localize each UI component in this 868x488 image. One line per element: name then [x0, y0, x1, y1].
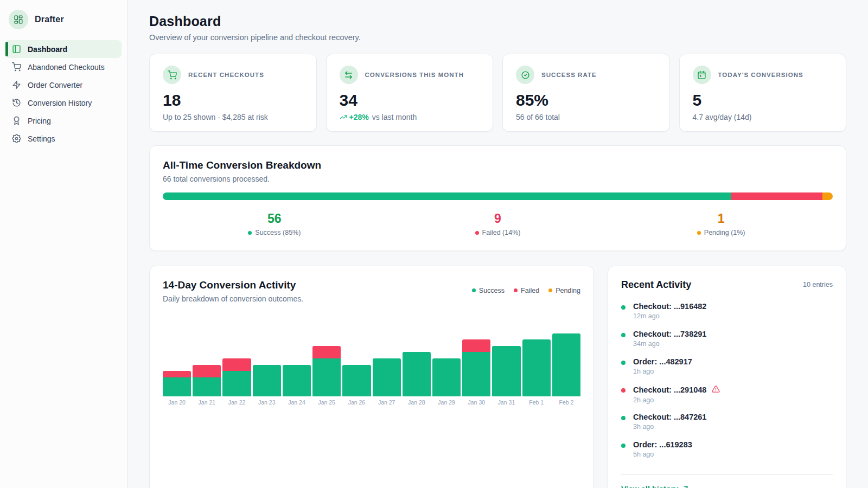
- bar-segment-success: [253, 365, 281, 396]
- bar-feb-1: [522, 339, 551, 396]
- bar-jan-31: [492, 346, 520, 396]
- progress-segment-success: [163, 192, 731, 200]
- activity-item-time: 12m ago: [633, 312, 706, 320]
- sidebar-item-label: Conversion History: [28, 99, 92, 107]
- bar-segment-success: [522, 339, 551, 396]
- bar-jan-24: [283, 365, 311, 396]
- brand-name: Drafter: [35, 15, 64, 24]
- activity-list-item: Checkout: ...73829134m ago: [621, 330, 833, 349]
- sidebar-nav: DashboardAbandoned CheckoutsOrder Conver…: [5, 40, 122, 147]
- activity-item-time: 34m ago: [633, 340, 706, 348]
- breakdown-stat-failed: 9Failed (14%): [386, 211, 610, 237]
- stat-card-value: 34: [340, 91, 480, 110]
- stat-card-label: Recent Checkouts: [188, 72, 264, 78]
- arrow-up-right-icon: [682, 484, 690, 488]
- bar-segment-success: [163, 377, 191, 396]
- legend-label: Failed: [521, 287, 539, 294]
- bar-segment-success: [312, 358, 341, 396]
- layout-grid-icon: [14, 15, 23, 24]
- stat-card-subtext: Up to 25 shown · $4,285 at risk: [163, 113, 303, 121]
- progress-segment-pending: [822, 192, 833, 200]
- page-title: Dashboard: [149, 14, 846, 29]
- sidebar-item-label: Pricing: [28, 117, 51, 125]
- activity-list-item: Order: ...6192835h ago: [621, 440, 833, 460]
- activity-footer: View all history: [621, 474, 833, 488]
- cart-icon: [168, 70, 177, 80]
- bar-segment-success: [432, 358, 461, 396]
- sidebar-item-abandoned-checkouts[interactable]: Abandoned Checkouts: [5, 58, 122, 76]
- activity-item-time: 5h ago: [633, 451, 692, 458]
- sidebar: Drafter DashboardAbandoned CheckoutsOrde…: [0, 0, 127, 488]
- activity-list-item: Order: ...4829171h ago: [621, 357, 833, 377]
- sidebar-item-label: Order Converter: [28, 81, 82, 89]
- bolt-icon: [12, 80, 21, 89]
- sidebar-item-dashboard[interactable]: Dashboard: [5, 40, 122, 58]
- activity-item-title: Order: ...482917: [633, 357, 692, 366]
- stat-card-today-s-conversions: Today's Conversions54.7 avg/day (14d): [679, 54, 847, 132]
- calendar-icon: [697, 70, 706, 80]
- sidebar-item-label: Dashboard: [28, 45, 67, 54]
- x-axis-label: Feb 1: [522, 399, 551, 406]
- bar-segment-failed: [462, 339, 490, 352]
- activity-item-title-text: Checkout: ...291048: [633, 386, 706, 394]
- breakdown-stat-pending: 1Pending (1%): [609, 211, 833, 237]
- breakdown-stats: 56Success (85%)9Failed (14%)1Pending (1%…: [163, 211, 833, 237]
- sidebar-item-conversion-history[interactable]: Conversion History: [5, 94, 122, 112]
- activity-list-item: Checkout: ...2910482h ago: [621, 385, 833, 404]
- bar-segment-success: [342, 365, 371, 396]
- bar-segment-failed: [312, 346, 341, 358]
- status-dot-pending: [697, 231, 701, 235]
- breakdown-stat-label-text: Pending (1%): [704, 229, 745, 236]
- bar-jan-30: [462, 339, 490, 396]
- breakdown-title: All-Time Conversion Breakdown: [163, 159, 833, 171]
- legend-dot-success: [472, 288, 476, 292]
- chart-legend: SuccessFailedPending: [472, 287, 580, 294]
- stat-card-label: Success Rate: [541, 72, 597, 78]
- breakdown-progress-bar: [163, 192, 833, 200]
- stat-card-header: Success Rate: [516, 66, 656, 84]
- bar-jan-27: [373, 358, 401, 396]
- breakdown-stat-success: 56Success (85%): [163, 211, 386, 237]
- stat-card-header: Recent Checkouts: [163, 66, 303, 84]
- activity-status-dot-success: [621, 305, 626, 310]
- bar-jan-29: [432, 358, 461, 396]
- arrow-up-right-icon: [682, 484, 690, 488]
- stat-icon-circle: [693, 66, 711, 84]
- activity-list-item: Checkout: ...91648212m ago: [621, 302, 833, 322]
- activity-item-title-text: Checkout: ...847261: [633, 413, 706, 421]
- breakdown-stat-label-text: Failed (14%): [482, 229, 521, 236]
- view-all-history-link[interactable]: View all history: [621, 484, 690, 488]
- stat-card-value: 5: [693, 91, 833, 110]
- activity-item-title: Checkout: ...291048: [633, 385, 720, 395]
- stat-icon-circle: [516, 66, 534, 84]
- sidebar-item-pricing[interactable]: Pricing: [5, 112, 122, 130]
- history-icon: [12, 98, 21, 107]
- sidebar-item-settings[interactable]: Settings: [5, 130, 122, 147]
- breakdown-stat-label: Failed (14%): [475, 229, 521, 236]
- bar-segment-success: [552, 333, 580, 396]
- breakdown-stat-label: Pending (1%): [697, 229, 745, 236]
- bar-segment-success: [492, 346, 520, 396]
- stat-card-label: Today's Conversions: [718, 72, 803, 78]
- chart-bars: [163, 325, 580, 396]
- trend-up-icon: [340, 113, 347, 121]
- activity-status-dot-success: [621, 444, 626, 448]
- brand: Drafter: [5, 8, 122, 40]
- stat-card-value: 18: [163, 91, 303, 110]
- bar-segment-success: [283, 365, 311, 396]
- activity-list: Checkout: ...91648212m agoCheckout: ...7…: [621, 302, 833, 468]
- activity-title: Recent Activity: [621, 279, 691, 291]
- stat-card-subtext: 56 of 66 total: [516, 113, 656, 121]
- bar-jan-21: [193, 365, 221, 396]
- x-axis-label: Jan 20: [163, 399, 191, 406]
- stat-card-subtext: +28%vs last month: [340, 113, 480, 121]
- sidebar-item-order-converter[interactable]: Order Converter: [5, 76, 122, 94]
- stat-card-header: Today's Conversions: [693, 66, 833, 84]
- bar-jan-28: [403, 352, 431, 396]
- x-axis-label: Jan 28: [403, 399, 431, 406]
- activity-item-time: 1h ago: [633, 368, 692, 375]
- stat-card-label: Conversions This Month: [365, 72, 464, 78]
- x-axis-label: Jan 21: [193, 399, 221, 406]
- stat-card-success-rate: Success Rate85%56 of 66 total: [502, 54, 670, 132]
- bottom-row: 14-Day Conversion Activity Daily breakdo…: [149, 266, 846, 488]
